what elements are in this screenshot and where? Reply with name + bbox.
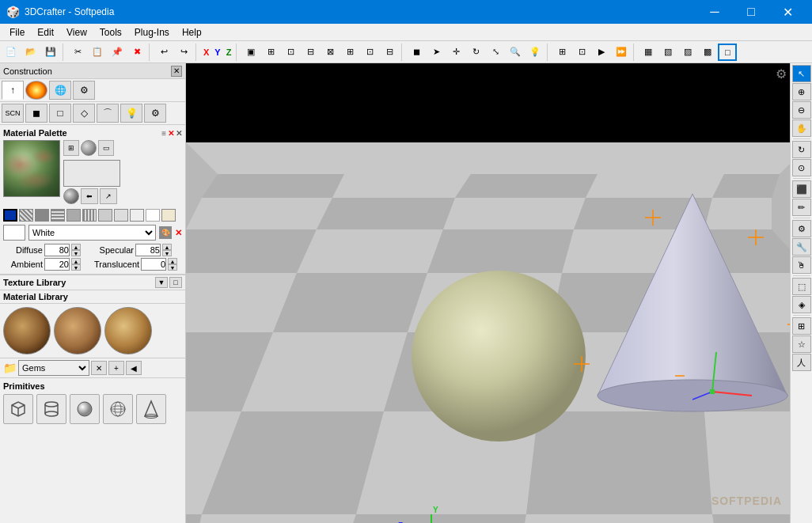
viewport[interactable]: ⚙ bbox=[186, 63, 790, 523]
tb-more1[interactable]: ▦ bbox=[639, 44, 658, 61]
tab-box[interactable]: □ bbox=[49, 104, 71, 123]
tb-anim[interactable]: ⏩ bbox=[612, 44, 631, 61]
primitive-cone[interactable] bbox=[136, 394, 166, 424]
diffuse-input[interactable] bbox=[44, 244, 70, 256]
mat-palette-btn[interactable]: 🎨 bbox=[159, 226, 172, 239]
mat-lib-add[interactable]: + bbox=[108, 361, 124, 375]
tab-scene[interactable]: SCN bbox=[2, 104, 24, 123]
swatch-7[interactable] bbox=[98, 209, 112, 222]
tb-copy[interactable]: 📋 bbox=[88, 44, 107, 61]
tb-grid2[interactable]: ⊡ bbox=[572, 44, 591, 61]
maximize-button[interactable]: □ bbox=[733, 0, 769, 24]
tb-view4[interactable]: ⊟ bbox=[301, 44, 320, 61]
minimize-button[interactable]: ─ bbox=[696, 0, 733, 24]
swatch-8[interactable] bbox=[114, 209, 128, 222]
tb-view3[interactable]: ⊡ bbox=[281, 44, 300, 61]
mat-lib-prev[interactable]: ◀ bbox=[126, 361, 142, 375]
translucent-down[interactable]: ▼ bbox=[168, 264, 177, 271]
tab-color[interactable] bbox=[25, 81, 47, 100]
tab-poly[interactable]: ◇ bbox=[73, 104, 95, 123]
translucent-input[interactable] bbox=[141, 258, 166, 271]
swatch-white[interactable] bbox=[146, 209, 160, 222]
tb-more3[interactable]: ▨ bbox=[678, 44, 697, 61]
menu-edit[interactable]: Edit bbox=[31, 25, 60, 40]
rt-tool2[interactable]: 🔧 bbox=[792, 238, 811, 256]
texture-lib-expand[interactable]: □ bbox=[169, 277, 182, 288]
rt-orbit[interactable]: ⊙ bbox=[792, 159, 811, 176]
primitive-cube[interactable] bbox=[3, 394, 33, 424]
rt-tool1[interactable]: ⚙ bbox=[792, 220, 811, 237]
tb-scale[interactable]: ⤡ bbox=[486, 44, 505, 61]
tab-arrow[interactable]: ↑ bbox=[2, 81, 24, 100]
mat-thumb-2[interactable] bbox=[54, 307, 101, 354]
tb-view1[interactable]: ▣ bbox=[241, 44, 260, 61]
viewport-gear-icon[interactable]: ⚙ bbox=[776, 66, 787, 81]
tb-render[interactable]: ▶ bbox=[592, 44, 611, 61]
tb-paste[interactable]: 📌 bbox=[108, 44, 127, 61]
rt-select[interactable]: ⬛ bbox=[792, 180, 811, 198]
swatch-10[interactable] bbox=[161, 209, 176, 222]
tb-move[interactable]: ✛ bbox=[446, 44, 465, 61]
mat-thumb-1[interactable] bbox=[3, 307, 51, 354]
mat-filter-btn[interactable]: ≡ bbox=[161, 129, 166, 138]
tb-more4[interactable]: ▩ bbox=[698, 44, 717, 61]
primitive-sphere-wire[interactable] bbox=[103, 394, 133, 424]
tb-frame[interactable]: □ bbox=[718, 44, 737, 61]
construction-close[interactable]: ✕ bbox=[171, 66, 182, 77]
tab-gear2[interactable]: ⚙ bbox=[144, 104, 166, 123]
mat-sphere-btn[interactable] bbox=[81, 140, 97, 156]
mat-clear-btn[interactable]: ✕ bbox=[168, 129, 174, 138]
swatch-5[interactable] bbox=[66, 209, 81, 222]
swatch-3[interactable] bbox=[35, 209, 49, 222]
diffuse-up[interactable]: ▲ bbox=[71, 244, 81, 250]
mat-close-btn[interactable]: ✕ bbox=[176, 129, 182, 138]
rt-tool8[interactable]: 人 bbox=[792, 354, 811, 371]
rt-tool3[interactable]: 🖱 bbox=[792, 256, 811, 274]
tb-view6[interactable]: ⊞ bbox=[340, 44, 359, 61]
swatch-6[interactable] bbox=[82, 209, 97, 222]
tb-zoom[interactable]: 🔍 bbox=[506, 44, 525, 61]
menu-file[interactable]: File bbox=[3, 25, 31, 40]
tab-mat[interactable]: ◼ bbox=[25, 104, 47, 123]
tb-more2[interactable]: ▧ bbox=[658, 44, 677, 61]
rt-draw[interactable]: ✏ bbox=[792, 199, 811, 216]
swatch-2[interactable] bbox=[19, 209, 33, 222]
tb-3d-cube[interactable]: ◼ bbox=[407, 44, 426, 61]
main-material-preview[interactable] bbox=[3, 140, 60, 197]
tb-delete[interactable]: ✖ bbox=[127, 44, 146, 61]
rt-tool4[interactable]: ⬚ bbox=[792, 278, 811, 295]
mat-lib-folder-select[interactable]: Gems bbox=[18, 360, 89, 376]
specular-down[interactable]: ▼ bbox=[162, 250, 172, 256]
tb-grid[interactable]: ⊞ bbox=[552, 44, 571, 61]
tab-curve[interactable]: ⌒ bbox=[97, 104, 119, 123]
ambient-down[interactable]: ▼ bbox=[71, 264, 81, 271]
rt-tool7[interactable]: ☆ bbox=[792, 335, 811, 353]
texture-lib-toggle[interactable]: ▼ bbox=[155, 277, 168, 288]
rt-zoom-out[interactable]: ⊖ bbox=[792, 101, 811, 119]
tb-arrow[interactable]: ➤ bbox=[427, 44, 446, 61]
mat-export-btn[interactable]: ↗ bbox=[100, 188, 117, 204]
tab-object[interactable]: 🌐 bbox=[49, 81, 71, 100]
tb-light[interactable]: 💡 bbox=[526, 44, 544, 61]
tb-view7[interactable]: ⊡ bbox=[360, 44, 379, 61]
swatch-blue[interactable] bbox=[3, 209, 17, 222]
mat-import-btn[interactable]: ⬅ bbox=[81, 188, 98, 204]
mat-name-select[interactable]: White bbox=[28, 225, 156, 241]
swatch-9[interactable] bbox=[130, 209, 144, 222]
menu-help[interactable]: Help bbox=[176, 25, 208, 40]
rt-tool6[interactable]: ⊞ bbox=[792, 317, 811, 335]
rt-tool5[interactable]: ◈ bbox=[792, 296, 811, 313]
mat-grid-btn[interactable]: ⊞ bbox=[63, 140, 79, 156]
tb-open[interactable]: 📂 bbox=[21, 44, 40, 61]
mat-color-box[interactable] bbox=[3, 225, 25, 241]
tb-cut[interactable]: ✂ bbox=[68, 44, 87, 61]
tb-rotate[interactable]: ↻ bbox=[466, 44, 485, 61]
diffuse-down[interactable]: ▼ bbox=[71, 250, 81, 256]
menu-tools[interactable]: Tools bbox=[93, 25, 128, 40]
tb-view8[interactable]: ⊟ bbox=[380, 44, 399, 61]
specular-input[interactable] bbox=[135, 244, 161, 256]
swatch-4[interactable] bbox=[51, 209, 65, 222]
mat-lib-delete[interactable]: ✕ bbox=[91, 361, 107, 375]
tab-light2[interactable]: 💡 bbox=[120, 104, 142, 123]
primitive-cylinder[interactable] bbox=[36, 394, 66, 424]
